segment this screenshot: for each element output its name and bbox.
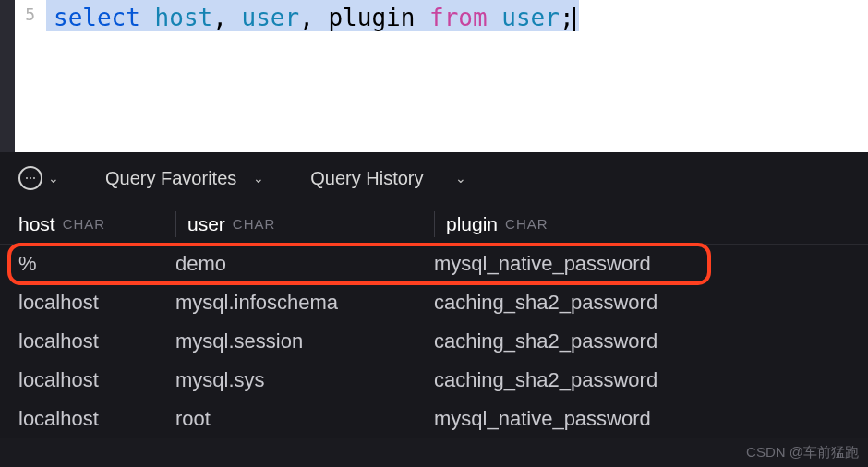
cell-plugin: caching_sha2_password bbox=[434, 329, 868, 353]
keyword-from: from bbox=[429, 4, 488, 31]
table-row[interactable]: localhost mysql.infoschema caching_sha2_… bbox=[0, 283, 868, 322]
chevron-down-icon: ⌄ bbox=[455, 171, 466, 186]
more-options-button[interactable]: ⋯ ⌄ bbox=[18, 166, 59, 190]
query-history-label: Query History bbox=[310, 168, 423, 189]
table-row[interactable]: % demo mysql_native_password bbox=[0, 245, 868, 283]
query-favorites-dropdown[interactable]: Query Favorites ⌄ bbox=[78, 168, 264, 189]
chevron-down-icon: ⌄ bbox=[48, 171, 59, 186]
editor-left-edge bbox=[0, 0, 15, 152]
chevron-down-icon: ⌄ bbox=[253, 171, 264, 186]
table-row[interactable]: localhost root mysql_native_password bbox=[0, 400, 868, 438]
results-toolbar: ⋯ ⌄ Query Favorites ⌄ Query History ⌄ bbox=[0, 152, 868, 204]
results-header-row: host CHAR user CHAR plugin CHAR bbox=[0, 204, 868, 245]
ident-host: host bbox=[155, 4, 213, 31]
column-header-host[interactable]: host CHAR bbox=[18, 211, 175, 237]
sql-statement[interactable]: select host, user, plugin from user; bbox=[46, 0, 579, 31]
cell-plugin: mysql_native_password bbox=[434, 407, 868, 431]
cell-host: localhost bbox=[18, 407, 175, 431]
cell-host: localhost bbox=[18, 329, 175, 353]
code-content[interactable]: select host, user, plugin from user; bbox=[46, 0, 579, 152]
text-cursor bbox=[573, 7, 575, 31]
cell-user: mysql.infoschema bbox=[175, 291, 434, 315]
ident-plugin: plugin bbox=[328, 4, 415, 31]
table-row[interactable]: localhost mysql.sys caching_sha2_passwor… bbox=[0, 361, 868, 400]
cell-user: mysql.session bbox=[175, 329, 434, 353]
ident-user: user bbox=[242, 4, 300, 31]
cell-host: localhost bbox=[18, 291, 175, 315]
cell-plugin: caching_sha2_password bbox=[434, 291, 868, 315]
cell-user: root bbox=[175, 407, 434, 431]
cell-user: demo bbox=[175, 252, 434, 276]
ident-user-table: user bbox=[501, 4, 560, 31]
cell-user: mysql.sys bbox=[175, 368, 434, 392]
query-history-dropdown[interactable]: Query History ⌄ bbox=[283, 168, 465, 189]
keyword-select: select bbox=[54, 4, 140, 31]
cell-host: localhost bbox=[18, 368, 175, 392]
column-header-plugin[interactable]: plugin CHAR bbox=[434, 211, 868, 237]
ellipsis-icon: ⋯ bbox=[18, 166, 42, 190]
cell-plugin: mysql_native_password bbox=[434, 252, 868, 276]
query-favorites-label: Query Favorites bbox=[105, 168, 236, 189]
cell-host: % bbox=[18, 252, 175, 276]
results-body: % demo mysql_native_password localhost m… bbox=[0, 245, 868, 438]
watermark-text: CSDN @车前猛跑 bbox=[746, 444, 859, 461]
cell-plugin: caching_sha2_password bbox=[434, 368, 868, 392]
column-header-user[interactable]: user CHAR bbox=[175, 211, 434, 237]
table-row[interactable]: localhost mysql.session caching_sha2_pas… bbox=[0, 322, 868, 361]
sql-editor[interactable]: 5 select host, user, plugin from user; bbox=[0, 0, 868, 152]
